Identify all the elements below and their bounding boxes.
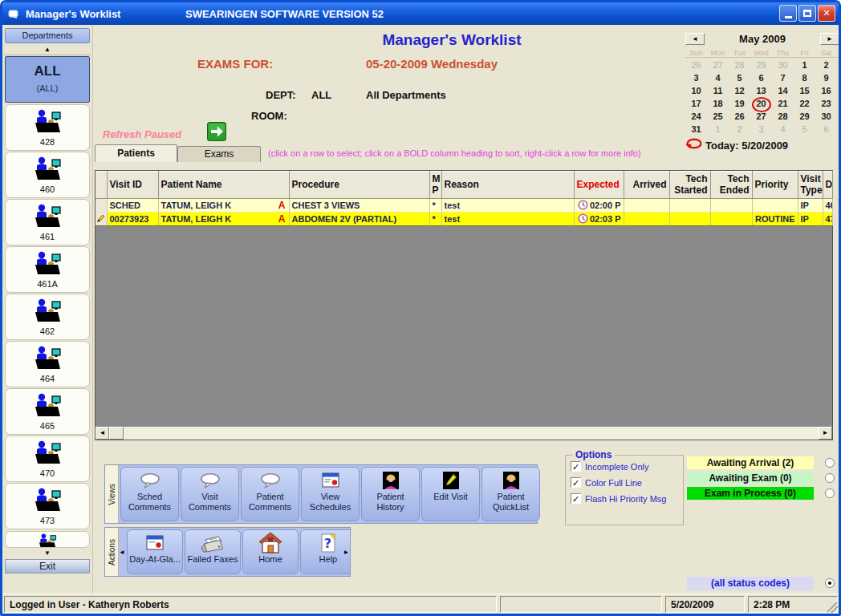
column-header-tech-ended[interactable]: Tech Ended (710, 172, 752, 199)
calendar-day[interactable]: 30 (815, 110, 837, 123)
column-header-procedure[interactable]: Procedure (289, 172, 429, 199)
calendar-day[interactable]: 26 (729, 110, 750, 123)
column-header-patient-name[interactable]: Patient Name (158, 172, 289, 199)
pencil-icon[interactable] (95, 213, 107, 226)
toolbar-button-patient-quicklist[interactable]: Patient QuickList (481, 467, 540, 521)
calendar-day[interactable]: 22 (794, 97, 815, 110)
calendar-day[interactable]: 3 (750, 123, 772, 136)
views-toolbar-tab[interactable]: Views (105, 465, 119, 523)
toolbar-button-day-at-gla[interactable]: Day-At-Gla... (127, 529, 183, 574)
column-header-priority[interactable]: Priority (752, 172, 798, 199)
departments-header[interactable]: Departments (5, 28, 90, 43)
calendar-day[interactable]: 23 (815, 97, 837, 110)
status-radio[interactable] (825, 458, 835, 468)
calendar-day[interactable]: 9 (815, 71, 837, 84)
calendar-day[interactable]: 19 (729, 97, 750, 110)
calendar-day[interactable]: 29 (794, 110, 815, 123)
checkbox-flash-hi-priority-msg[interactable]: ✓ (571, 493, 581, 504)
calendar-day[interactable]: 1 (707, 123, 729, 136)
calendar-day[interactable]: 6 (750, 71, 772, 84)
scroll-down-button[interactable]: ▼ (4, 549, 91, 558)
department-item-partial[interactable] (5, 531, 90, 548)
green-arrow-icon refresh-go-button[interactable] (207, 122, 226, 141)
minimize-button[interactable] (779, 5, 797, 22)
column-header-tech-started[interactable]: Tech Started (669, 172, 710, 199)
calendar-day[interactable]: 31 (685, 123, 707, 136)
calendar-day[interactable]: 25 (707, 110, 729, 123)
calendar-day[interactable]: 7 (772, 71, 794, 84)
toolbar-button-patient-comments[interactable]: Patient Comments (241, 467, 299, 521)
calendar-day[interactable]: 13 (750, 84, 772, 97)
checkbox-incomplete-only[interactable]: ✓ (571, 461, 581, 472)
calendar-day[interactable]: 1 (794, 59, 815, 71)
calendar-day[interactable]: 12 (729, 84, 750, 97)
calendar-day[interactable]: 5 (729, 71, 750, 84)
calendar-day[interactable]: 18 (707, 97, 729, 110)
sidebar-item-dept-461a[interactable]: 461A (5, 246, 90, 293)
sidebar-item-dept-462[interactable]: 462 (5, 294, 90, 340)
table-row[interactable]: SCHEDTATUM, LEIGH KACHEST 3 VIEWS*test02… (95, 199, 832, 213)
toolbar-button-failed-faxes[interactable]: Failed Faxes (185, 529, 241, 574)
toolbar-button-sched-comments[interactable]: Sched Comments (120, 467, 179, 521)
toolbar-button-edit-visit[interactable]: Edit Visit (421, 467, 480, 521)
calendar-day[interactable]: 17 (685, 97, 707, 110)
sidebar-item-dept-460[interactable]: 460 (5, 152, 90, 198)
sidebar-item-dept-465[interactable]: 465 (5, 388, 90, 435)
sidebar-item-dept-470[interactable]: 470 (5, 436, 90, 482)
calendar-day[interactable]: 27 (707, 59, 729, 71)
calendar-day[interactable]: 8 (794, 71, 815, 84)
calendar-day[interactable]: 26 (685, 59, 707, 71)
toolbar-button-visit-comments[interactable]: Visit Comments (181, 467, 239, 521)
calendar-day[interactable]: 15 (794, 84, 815, 97)
column-header-arrived[interactable]: Arrived (624, 172, 669, 199)
calendar-day[interactable]: 10 (685, 84, 707, 97)
scroll-right-icon[interactable]: ► (819, 427, 832, 440)
calendar-prev-button left-arrow-icon[interactable]: ◄ (685, 33, 705, 45)
toolbar-button-home[interactable]: Home (242, 529, 299, 574)
calendar-day[interactable]: 27 (750, 110, 772, 123)
sidebar-item-dept-428[interactable]: 428 (5, 104, 90, 151)
calendar-day[interactable]: 28 (772, 110, 794, 123)
actions-scroll-left-icon[interactable]: ◄ (119, 528, 125, 576)
calendar-day[interactable]: 24 (685, 110, 707, 123)
calendar-next-button right-arrow-icon[interactable]: ► (820, 33, 839, 45)
scrollbar-thumb[interactable] (109, 427, 124, 440)
calendar-today-label[interactable]: Today: 5/20/2009 (705, 140, 788, 152)
table-row[interactable]: 00273923TATUM, LEIGH KAABDOMEN 2V (PARTI… (95, 213, 832, 226)
calendar-day[interactable]: 6 (815, 123, 837, 136)
calendar-day[interactable]: 21 (772, 97, 794, 110)
column-header-reason[interactable]: Reason (441, 172, 574, 199)
horizontal-scrollbar[interactable]: ◄ ► (95, 426, 832, 440)
column-header-expected[interactable]: Expected (574, 172, 624, 199)
title-bar[interactable]: Manager's Worklist SWEARINGEN SOFTWARE V… (2, 2, 839, 25)
column-header-m-p[interactable]: M P (429, 172, 441, 199)
calendar-day[interactable]: 4 (707, 71, 729, 84)
exit-button[interactable]: Exit (5, 559, 90, 573)
calendar-day[interactable]: 29 (750, 59, 772, 71)
sidebar-item-dept-473[interactable]: 473 (5, 483, 90, 529)
column-header-visit-id[interactable]: Visit ID (107, 172, 158, 199)
calendar-day[interactable]: 5 (794, 123, 815, 136)
calendar-day[interactable]: 20 (750, 97, 772, 110)
column-header-d[interactable]: D (823, 172, 832, 199)
status-radio[interactable] (825, 473, 835, 483)
calendar-day[interactable]: 2 (729, 123, 750, 136)
close-button[interactable]: ✕ (818, 5, 835, 22)
calendar-day[interactable]: 2 (815, 59, 837, 71)
status-radio[interactable] (825, 488, 835, 498)
toolbar-button-patient-history[interactable]: Patient History (361, 467, 420, 521)
actions-toolbar-tab[interactable]: Actions (105, 528, 119, 576)
calendar-day[interactable]: 14 (772, 84, 794, 97)
calendar-day[interactable]: 11 (707, 84, 729, 97)
calendar-day[interactable]: 16 (815, 84, 837, 97)
toolbar-button-view-schedules[interactable]: View Schedules (301, 467, 360, 521)
calendar-day[interactable]: 4 (772, 123, 794, 136)
column-header-visit-type[interactable]: Visit Type (798, 172, 823, 199)
actions-scroll-right-icon[interactable]: ► (343, 528, 350, 576)
all-status-codes-radio[interactable] (825, 578, 835, 588)
resize-grip[interactable] (827, 602, 838, 613)
sidebar-item-dept-461[interactable]: 461 (5, 199, 90, 245)
tab-patients[interactable]: Patients (95, 144, 177, 162)
calendar-day[interactable]: 28 (729, 59, 750, 71)
calendar-day[interactable]: 30 (772, 59, 794, 71)
